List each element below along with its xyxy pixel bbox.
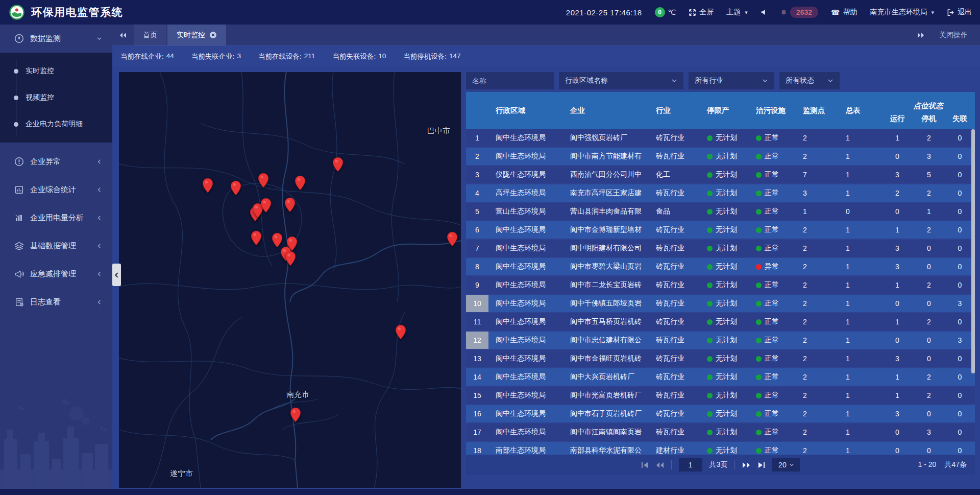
sidebar-group-company-statistics[interactable]: 企业综合统计 [0,176,112,204]
tabs-scroll-left-button[interactable] [112,25,134,45]
monitor-points-cell: 2 [796,134,839,142]
sidebar-item-realtime-monitor[interactable]: 实时监控 [0,58,112,84]
map-pin-icon[interactable] [295,175,306,191]
log-icon [14,297,24,307]
table-scrollbar[interactable] [971,129,975,373]
sidebar-group-log-view[interactable]: 日志查看 [0,288,112,316]
theme-dropdown[interactable]: 主题 ▾ [726,8,748,17]
region-cell: 阆中生态环境局 [488,225,563,234]
sidebar-group-power-analysis[interactable]: 企业用电量分析 [0,204,112,232]
production-limit-cell: 无计划 [700,317,749,326]
table-row[interactable]: 9 阆中生态环境局 阆中市二龙长宝页岩砖 砖瓦行业 无计划 正常 2 1 1 2… [466,276,975,295]
map-pin-icon[interactable] [447,231,458,247]
map-pin-icon[interactable] [230,180,241,196]
table-row[interactable]: 18 南部生态环境局 南部县科华水泥有限公 建材行业 无计划 正常 2 1 0 … [466,442,975,455]
map-pin-icon[interactable] [251,230,262,246]
map-pin-icon[interactable] [260,198,272,213]
map-panel[interactable]: 巴中市 南充市 遂宁市 [119,72,461,488]
table-row[interactable]: 13 阆中生态环境局 阆中市金福旺页岩机砖 砖瓦行业 无计划 正常 2 1 3 … [466,350,975,368]
previous-page-button[interactable] [656,462,664,468]
map-pin-icon[interactable] [395,324,406,340]
monitor-points-cell: 2 [796,299,839,308]
row-number-cell: 14 [466,368,488,386]
offline-cell: 3 [945,299,975,308]
sidebar-submenu: 实时监控 视频监控 企业电力负荷明细 [0,53,112,143]
table-row[interactable]: 5 营山生态环境局 营山县润丰肉食品有限 食品 无计划 正常 1 0 0 1 0 [466,203,975,221]
notification-area[interactable]: 2632 [780,7,818,18]
map-pin-icon[interactable] [272,232,283,248]
speaker-mute-icon[interactable] [761,9,768,16]
table-row[interactable]: 17 阆中生态环境局 阆中市江南镇阆南页岩 砖瓦行业 无计划 正常 2 1 0 … [466,423,975,442]
sidebar-group-company-abnormal[interactable]: 企业异常 [0,148,112,176]
map-pin-icon[interactable] [284,197,296,213]
fullscreen-button[interactable]: 全屏 [689,8,714,17]
page-number-input[interactable]: 1 [679,458,702,472]
table-row[interactable]: 15 阆中生态环境局 阆中市光富页岩机砖厂 砖瓦行业 无计划 正常 2 1 1 … [466,387,975,405]
tabs-scroll-right-button[interactable] [917,32,925,38]
map-pin-icon[interactable] [258,173,269,188]
industry-cell: 砖瓦行业 [649,428,700,437]
table-row[interactable]: 3 仪陇生态环境局 西南油气田分公司川中 化工 无计划 正常 7 1 3 5 0 [466,166,975,184]
table-row[interactable]: 1 阆中生态环境局 阆中强锐页岩砖厂 砖瓦行业 无计划 正常 2 1 1 2 0 [466,129,975,148]
running-cell: 3 [881,244,913,252]
table-row[interactable]: 8 阆中生态环境局 阆中市枣碧大梁山页岩 砖瓦行业 无计划 异常 2 1 3 0… [466,258,975,276]
sidebar-group-emergency-reduction[interactable]: 应急减排管理 [0,260,112,288]
city-skyline-decoration [0,393,112,495]
offline-cell: 0 [945,446,975,455]
sidebar-group-data-monitoring[interactable]: 数据监测 [0,25,112,53]
status-dot [756,227,762,233]
close-tab-icon[interactable] [209,31,217,39]
col-total-meter: 总表 [839,92,881,129]
sidebar-item-video-monitor[interactable]: 视频监控 [0,84,112,111]
map-pin-icon[interactable] [332,157,344,172]
temperature-badge: 0 [655,7,665,17]
last-page-button[interactable] [757,462,765,468]
total-meter-cell: 1 [839,226,881,234]
close-operations-button[interactable]: 关闭操作 [939,31,968,40]
sidebar-collapse-handle[interactable] [112,264,121,286]
name-search-input[interactable] [466,72,554,89]
table-row[interactable]: 2 阆中生态环境局 阆中市南方节能建材有 砖瓦行业 无计划 正常 2 1 0 3… [466,148,975,166]
table-row[interactable]: 4 高坪生态环境局 南充市高坪区王家店建 砖瓦行业 无计划 正常 3 1 2 2… [466,184,975,203]
logout-button[interactable]: 退出 [947,8,972,17]
total-meter-cell: 1 [839,244,881,252]
row-number-cell: 7 [466,240,488,257]
sidebar-group-label: 企业异常 [30,157,90,167]
status-select[interactable]: 所有状态 [779,72,840,89]
map-pin-icon[interactable] [202,178,213,193]
org-dropdown[interactable]: 南充市生态环境局 ▾ [870,8,934,17]
status-dot-green [707,246,713,251]
map-pin-icon[interactable] [290,407,301,422]
city-label-bazhong: 巴中市 [427,126,450,136]
facility-status-cell: 正常 [749,317,796,326]
table-row[interactable]: 10 阆中生态环境局 阆中千佛镇五郎垭页岩 砖瓦行业 无计划 正常 2 1 0 … [466,295,975,313]
chevron-left-icon [96,159,102,164]
industry-select[interactable]: 所有行业 [689,72,774,89]
table-row[interactable]: 6 阆中生态环境局 阆中市金博瑞新型墙材 砖瓦行业 无计划 正常 2 1 1 2… [466,221,975,240]
region-select[interactable]: 行政区域名称 [559,72,683,89]
sidebar-item-power-load-detail[interactable]: 企业电力负荷明细 [0,111,112,137]
help-button[interactable]: ☎ 帮助 [831,8,857,17]
tab-home[interactable]: 首页 [134,25,166,45]
page-size-select[interactable]: 20 [772,458,800,472]
chevron-left-icon [96,299,102,305]
table-row[interactable]: 14 阆中生态环境局 阆中大兴页岩机砖厂 砖瓦行业 无计划 正常 2 1 1 2… [466,368,975,387]
map-pin-icon[interactable] [285,251,296,266]
tab-label: 首页 [143,31,157,40]
sidebar-group-base-data[interactable]: 基础数据管理 [0,232,112,260]
table-row[interactable]: 16 阆中生态环境局 阆中市石子页岩机砖厂 砖瓦行业 无计划 正常 2 1 3 … [466,405,975,423]
app-header: 环保用电监管系统 2021-02-25 17:46:18 0 ℃ 全屏 主题 ▾ [0,0,980,25]
first-page-button[interactable] [641,462,649,468]
next-page-button[interactable] [742,462,750,468]
tab-realtime-monitor[interactable]: 实时监控 [167,25,226,45]
table-row[interactable]: 11 阆中生态环境局 阆中市五马桥页岩机砖 砖瓦行业 无计划 正常 2 1 1 … [466,313,975,332]
total-meter-cell: 1 [839,299,881,308]
table-row[interactable]: 7 阆中生态环境局 阆中明阳建材有限公司 砖瓦行业 无计划 正常 2 1 3 0… [466,240,975,258]
status-dot-green [707,393,713,398]
production-limit-cell: 无计划 [700,372,749,382]
facility-status-cell: 异常 [749,262,796,271]
total-meter-cell: 1 [839,263,881,271]
table-row[interactable]: 12 阆中生态环境局 阆中市忠信建材有限公 砖瓦行业 无计划 正常 2 1 0 … [466,332,975,350]
facility-status-cell: 正常 [749,299,796,308]
sidebar-group-label: 企业用电量分析 [30,213,90,223]
